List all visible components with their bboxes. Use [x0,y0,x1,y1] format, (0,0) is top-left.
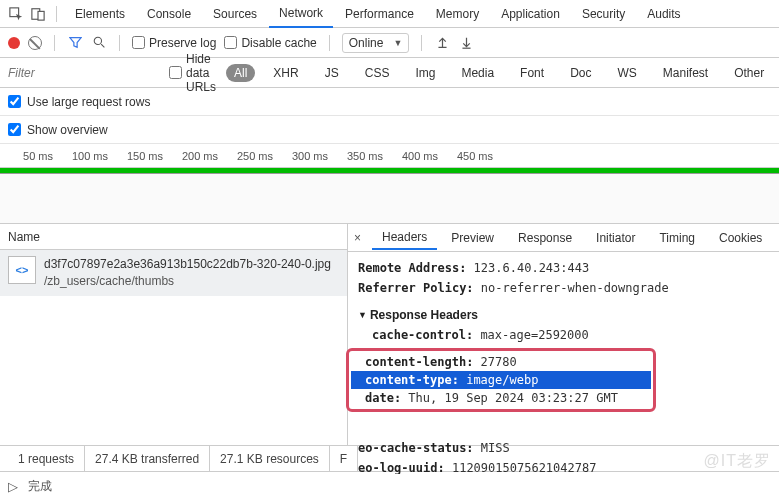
tab-performance[interactable]: Performance [335,1,424,27]
divider [54,35,55,51]
upload-har-icon[interactable] [434,36,450,49]
timeline-tick: 200 ms [165,150,220,162]
filter-input[interactable] [8,66,159,80]
clear-button[interactable] [28,36,42,50]
filter-other[interactable]: Other [726,64,772,82]
download-har-icon[interactable] [458,36,474,49]
throttling-select[interactable]: Online ▼ [342,33,410,53]
hide-data-urls-label: Hide data URLs [186,52,216,94]
tab-memory[interactable]: Memory [426,1,489,27]
record-button[interactable] [8,37,20,49]
detail-tab-preview[interactable]: Preview [441,227,504,249]
referrer-policy-value: no-referrer-when-downgrade [481,281,669,295]
filter-xhr[interactable]: XHR [265,64,306,82]
svg-rect-2 [38,11,44,20]
remote-address-key: Remote Address: [358,261,466,275]
request-name: d3f7c07897e2a3e36a913b150c22db7b-320-240… [44,256,331,273]
large-rows-checkbox[interactable] [8,95,21,108]
disable-cache-label: Disable cache [241,36,316,50]
response-headers-section[interactable]: ▼Response Headers [358,305,769,325]
timeline-tick: 50 ms [0,150,55,162]
large-rows-label: Use large request rows [27,95,150,109]
search-icon[interactable] [91,36,107,49]
timeline-ruler[interactable]: 50 ms 100 ms 150 ms 200 ms 250 ms 300 ms… [0,144,779,168]
tab-network[interactable]: Network [269,0,333,28]
inspect-element-icon[interactable] [6,4,26,24]
cache-control-value: max-age=2592000 [480,328,588,342]
status-resources: 27.1 KB resources [210,446,330,471]
filter-font[interactable]: Font [512,64,552,82]
header-date[interactable]: date: Thu, 19 Sep 2024 03:23:27 GMT [351,389,651,407]
tab-audits[interactable]: Audits [637,1,690,27]
detail-tab-initiator[interactable]: Initiator [586,227,645,249]
divider [329,35,330,51]
hide-data-urls-checkbox[interactable]: Hide data URLs [169,52,216,94]
detail-tab-cookies[interactable]: Cookies [709,227,772,249]
device-toggle-icon[interactable] [28,4,48,24]
header-content-type[interactable]: content-type: image/webp [351,371,651,389]
request-row[interactable]: <> d3f7c07897e2a3e36a913b150c22db7b-320-… [0,250,347,296]
console-play-icon[interactable]: ▷ [8,479,18,494]
filter-toggle-icon[interactable] [67,36,83,49]
disclosure-triangle-icon: ▼ [358,308,367,323]
divider [421,35,422,51]
filter-img[interactable]: Img [407,64,443,82]
timeline-tick: 300 ms [275,150,330,162]
filter-ws[interactable]: WS [609,64,644,82]
header-eo-log-uuid[interactable]: eo-log-uuid: 11209015075621042787 [358,458,758,474]
show-overview-checkbox[interactable] [8,123,21,136]
status-extra: F [330,446,358,471]
svg-point-3 [94,37,101,44]
column-header-name[interactable]: Name [0,224,347,250]
filter-media[interactable]: Media [453,64,502,82]
tab-sources[interactable]: Sources [203,1,267,27]
timeline-tick: 450 ms [440,150,495,162]
show-overview-label: Show overview [27,123,108,137]
timeline-tick: 250 ms [220,150,275,162]
filter-css[interactable]: CSS [357,64,398,82]
detail-tab-response[interactable]: Response [508,227,582,249]
status-transferred: 27.4 KB transferred [85,446,210,471]
tab-elements[interactable]: Elements [65,1,135,27]
chevron-down-icon: ▼ [393,38,402,48]
filter-js[interactable]: JS [317,64,347,82]
cache-control-key: cache-control: [372,328,473,342]
close-details-icon[interactable]: × [354,231,368,245]
status-done-label: 完成 [28,478,52,495]
annotation-highlight-box: content-length: 27780 content-type: imag… [346,348,656,412]
timeline-tick: 400 ms [385,150,440,162]
request-path: /zb_users/cache/thumbs [44,273,331,290]
throttling-value: Online [349,36,384,50]
filter-all[interactable]: All [226,64,255,82]
divider [56,6,57,22]
status-requests: 1 requests [8,446,85,471]
tab-console[interactable]: Console [137,1,201,27]
timeline-tick: 100 ms [55,150,110,162]
filter-manifest[interactable]: Manifest [655,64,716,82]
svg-line-4 [101,44,104,47]
file-type-icon: <> [8,256,36,284]
tab-security[interactable]: Security [572,1,635,27]
divider [119,35,120,51]
preserve-log-checkbox[interactable]: Preserve log [132,36,216,50]
detail-tab-timing[interactable]: Timing [649,227,705,249]
remote-address-value: 123.6.40.243:443 [474,261,590,275]
filter-doc[interactable]: Doc [562,64,599,82]
timeline-tick: 150 ms [110,150,165,162]
disable-cache-checkbox[interactable]: Disable cache [224,36,316,50]
timeline-tick: 350 ms [330,150,385,162]
detail-tab-headers[interactable]: Headers [372,226,437,250]
tab-application[interactable]: Application [491,1,570,27]
header-content-length[interactable]: content-length: 27780 [351,353,651,371]
preserve-log-label: Preserve log [149,36,216,50]
header-eo-cache-status[interactable]: eo-cache-status: MISS [358,438,758,458]
timeline-canvas[interactable] [0,174,779,224]
referrer-policy-key: Referrer Policy: [358,281,474,295]
